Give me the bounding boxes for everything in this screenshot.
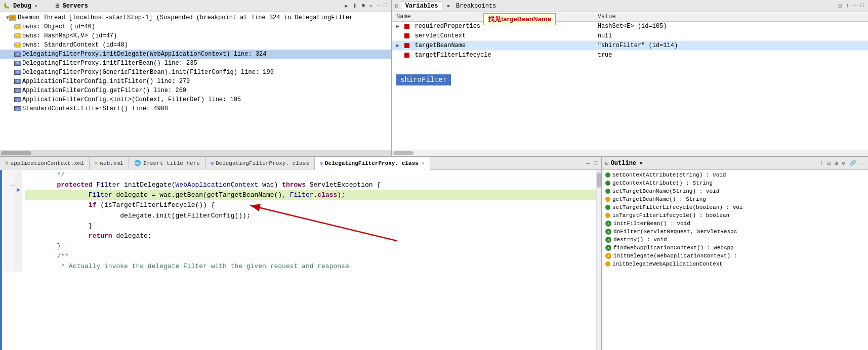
stack-initfilterbean-label: DelegatingFilterProxy.initFilterBean() l… [22,60,197,67]
vars-header: ⊞ Variables ● Breakpoints ⊟ ↕ — □ [392,0,868,12]
outline-item-2[interactable]: getContextAttribute() : String [602,179,868,187]
terminate-icon[interactable]: ■ [361,2,366,10]
outline-item-12[interactable]: initDelegateWebApplicationContext [602,260,868,268]
tab-dfp-inactive[interactable]: ⊕ DelegatingFilterProxy. class [205,157,315,170]
outline-item-9[interactable]: a destroy() : void [602,236,868,244]
stack-initdelegate-item[interactable]: ≡ DelegatingFilterProxy.initDelegate(Web… [0,50,391,59]
tab-inserttitle[interactable]: 🌐 Insert title here [129,157,205,170]
vars-max-icon[interactable]: □ [859,2,865,10]
table-row[interactable]: ▶ targetFilterLifecycle true [392,51,868,60]
owns-object-item[interactable]: 🔑 owns: Object (id=46) [0,22,391,31]
owns-stdctx-label: owns: StandardContext (id=48) [22,41,128,49]
thread-icon: T [9,15,16,21]
collapse-icon[interactable]: ⊟ [838,2,843,10]
outline-item-8[interactable]: a doFilter(ServletRequest, ServletRespc [602,228,868,236]
outline-item-7[interactable]: a initFilterBean() : void [602,220,868,228]
fold-indicator: → [11,182,15,188]
owns-hashmap-label: owns: HashMap<K,V> (id=47) [22,32,117,39]
outline-label-1: setContextAttribute(String) : void [612,172,726,178]
suspend-icon[interactable]: ⏸ [351,2,359,10]
code-lines: */ protected Filter initDelegate(WebAppl… [22,170,601,272]
method-icon-2 [605,181,610,186]
outline-filter-icon[interactable]: ⊘ [841,159,847,167]
outline-close[interactable]: ✕ [639,159,643,167]
method-icon-6 [605,213,610,218]
vars-scrollbar-h[interactable] [392,150,868,156]
tab-bar: X applicationContext.xml ✕ web.xml 🌐 Ins… [0,157,601,170]
vars-icon: ⊞ [395,3,399,9]
thread-item[interactable]: ▼ T Daemon Thread [localhost-startStop-1… [0,13,391,22]
stack-genericfilterbean-item[interactable]: ≡ DelegatingFilterProxy(GenericFilterBea… [0,68,391,77]
expand-arrow-1: ▶ [396,23,399,29]
var-name-3: targetBeanName [415,42,466,49]
var-value-4: true [594,51,868,60]
breakpoints-icon: ● [446,3,450,9]
stack-filterstart-item[interactable]: ≡ StandardContext.filterStart() line: 49… [0,104,391,113]
tab-max-icon[interactable]: □ [593,160,598,167]
tab-dfp-active[interactable]: ⊕ DelegatingFilterProxy. class ✕ [315,157,430,170]
tab-close-active[interactable]: ✕ [422,160,425,166]
stack-initfilterbean-item[interactable]: ≡ DelegatingFilterProxy.initFilterBean()… [0,59,391,68]
outline-item-1[interactable]: setContextAttribute(String) : void [602,171,868,179]
tab-variables[interactable]: Variables [401,2,443,10]
code-line-6: } [25,221,601,231]
outline-link-icon[interactable]: 🔗 [848,159,857,167]
xml-icon-1: X [5,160,9,166]
code-content: → [0,170,601,350]
outline-min-icon[interactable]: — [859,159,865,167]
code-scrollbar-v[interactable] [596,170,601,350]
outline-label-10: findWebApplicationContext() : WebApp [613,245,734,251]
vars-min-icon[interactable]: — [852,2,858,10]
outline-content: setContextAttribute(String) : void getCo… [602,170,868,350]
maximize-icon[interactable]: □ [383,2,388,10]
tab-breakpoints[interactable]: Breakpoints [452,2,500,10]
step-over-icon[interactable]: ↷ [368,2,374,10]
stack-icon-3: ≡ [14,79,21,84]
outline-collapse-icon[interactable]: ⊟ [826,159,832,167]
table-row[interactable]: ▶ requiredProperties HashSet<E> (id=105) [392,22,868,31]
resume-icon[interactable]: ▶ [344,2,349,10]
tab-min-icon[interactable]: — [586,160,591,167]
var-name-2: servletContext [415,32,466,39]
debug-close[interactable]: ✕ [34,3,38,9]
outline-item-3[interactable]: setTargetBeanName(String) : void [602,187,868,195]
minimize-icon[interactable]: — [376,2,381,10]
gutter-6 [15,211,22,219]
outline-item-5[interactable]: setTargetFilterLifecycle(boolean) : voi [602,203,868,211]
gutter-4 [15,195,22,203]
outline-item-11[interactable]: a initDelegate(WebApplicationContext) : [602,252,868,260]
outline-expand-icon[interactable]: ⊞ [834,159,839,167]
stack-getfilter-item[interactable]: ≡ ApplicationFilterConfig.getFilter() li… [0,86,391,95]
code-line-1: */ [25,170,601,180]
tab-webxml[interactable]: ✕ web.xml [90,157,129,170]
table-row[interactable]: ▶ servletContext null [392,31,868,41]
tab-applicationcontext[interactable]: X applicationContext.xml [0,157,90,170]
var-value-1: HashSet<E> (id=105) [594,22,868,31]
code-line-3: Filter delegate = wac.getBean(getTargetB… [25,190,601,200]
table-row-highlighted[interactable]: ▶ targetBeanName "shiroFilter" (id=114) [392,41,868,51]
method-icon-10: a [605,245,611,251]
method-icon-8: a [605,229,611,235]
gutter-3: ► [15,186,22,195]
owns-hashmap-item[interactable]: 🔑 owns: HashMap<K,V> (id=47) [0,31,391,40]
code-line-8: } [25,241,601,251]
key-icon: 🔑 [14,24,21,29]
outline-panel: ⊞ Outline ✕ ↕ ⊟ ⊞ ⊘ 🔗 — setContextAttrib… [602,157,868,350]
method-icon-1 [605,172,610,178]
stack-icon-5: ≡ [14,97,21,102]
owns-stdctx-item[interactable]: 🔑 owns: StandardContext (id=48) [0,40,391,50]
outline-item-6[interactable]: isTargetFilterLifecycle() : boolean [602,211,868,220]
stack-init-item[interactable]: ≡ ApplicationFilterConfig.<init>(Context… [0,95,391,104]
outline-item-4[interactable]: getTargetBeanName() : String [602,195,868,203]
code-line-11: * Actually invoke the delegate Filter wi… [25,261,601,272]
code-line-4: if (isTargetFilterLifecycle()) { [25,200,601,210]
outline-label-8: doFilter(ServletRequest, ServletRespc [613,229,737,235]
debug-icon: 🐛 [3,3,10,9]
stack-initfilter-item[interactable]: ≡ ApplicationFilterConfig.initFilter() l… [0,77,391,86]
col-value: Value [594,12,868,22]
outline-sort-icon[interactable]: ↕ [819,159,824,167]
outline-item-10[interactable]: a findWebApplicationContext() : WebApp [602,244,868,252]
sort-icon[interactable]: ↕ [845,2,850,10]
debug-scrollbar-h[interactable] [0,150,391,156]
tab-label-5: DelegatingFilterProxy. class [325,160,419,166]
